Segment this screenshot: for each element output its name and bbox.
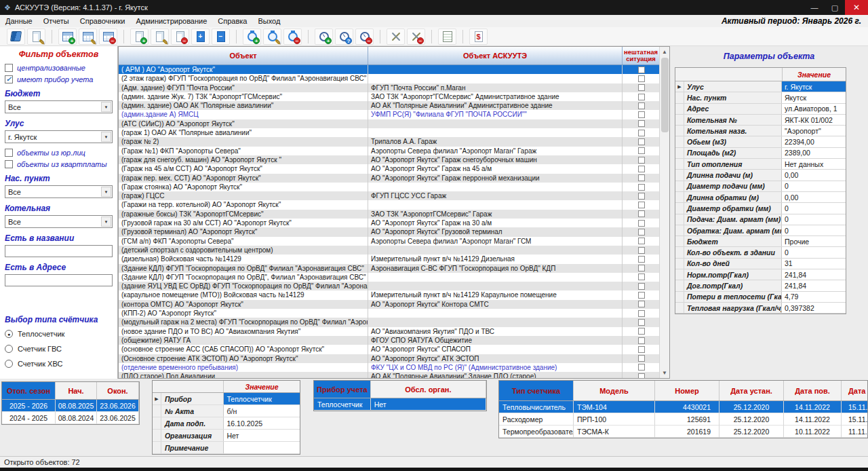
param-row[interactable]: Подача: Диам. армат (мм)0 xyxy=(675,214,846,225)
object-row[interactable]: (гараж 1) ОАО АК "Полярные авиалинии" xyxy=(119,128,669,137)
param-value[interactable]: 241,84 xyxy=(782,280,846,290)
period-edit-button[interactable]: ✎ xyxy=(79,29,97,45)
centralized-checkbox[interactable] xyxy=(5,64,13,72)
device-info-value[interactable]: б/н xyxy=(224,405,300,417)
scroll-down-icon[interactable]: ▼ xyxy=(660,368,669,378)
column-header-model[interactable]: Модель xyxy=(574,381,655,400)
doc-detach-button[interactable]: − xyxy=(212,29,230,45)
device-info-row[interactable]: Примечание xyxy=(153,442,300,454)
meter-add-button[interactable]: + xyxy=(243,29,261,45)
device-row[interactable]: ТеплосчетчикНет xyxy=(314,398,486,411)
column-header-askuute[interactable]: Объект АСКУУТЭ xyxy=(368,47,623,64)
emergency-checkbox[interactable] xyxy=(638,157,645,164)
scrollbar-thumb[interactable] xyxy=(661,58,669,132)
object-row[interactable]: (отделение временного пребывания)ФКУ "ЦХ… xyxy=(119,363,669,372)
period-delete-button[interactable]: − xyxy=(99,29,117,45)
scroll-up-icon[interactable]: ▲ xyxy=(660,47,669,57)
chevron-down-icon[interactable]: ▼ xyxy=(101,102,111,112)
object-row[interactable]: (админ. здание) ОАО АК "Полярные авиалин… xyxy=(119,101,669,110)
column-header-counter-type[interactable]: Тип счетчика xyxy=(499,381,574,400)
radio-hot-water-meter[interactable]: Счетчик ГВС xyxy=(5,345,113,353)
menu-item[interactable]: Справка xyxy=(212,16,252,26)
object-row[interactable]: (караульное помещение (МТО)) Войсковая ч… xyxy=(119,290,669,299)
emergency-checkbox[interactable] xyxy=(638,319,645,326)
param-row[interactable]: Котельная назв."Аэропорт" xyxy=(675,126,846,136)
emergency-checkbox[interactable] xyxy=(638,220,645,227)
doc-attach-button[interactable]: + xyxy=(191,29,210,45)
object-row[interactable]: (админ. здание Жук. 7) ТЗК "Аэропорт"ГСМ… xyxy=(119,92,669,101)
object-row[interactable]: (Здание КДЛ) ФГУП "Госкорпорация по ОрВД… xyxy=(119,273,669,282)
device-info-value[interactable] xyxy=(224,442,300,453)
param-value[interactable]: 241,84 xyxy=(782,269,846,280)
device-info-row[interactable]: № Актаб/н xyxy=(153,405,300,417)
device-info-value[interactable]: 16.10.2025 xyxy=(224,417,300,429)
param-value[interactable]: 0 xyxy=(782,214,846,225)
season-row[interactable]: 2025 - 202608.08.202523.06.2026 xyxy=(2,400,139,412)
emergency-checkbox[interactable] xyxy=(638,174,645,181)
param-row[interactable]: Диаметр обратки (мм)0 xyxy=(675,203,846,214)
counter-row[interactable]: ТепловычислительТЭМ-104443002125.12.2020… xyxy=(499,401,868,413)
emergency-checkbox[interactable] xyxy=(638,229,645,236)
object-row[interactable]: (админ.здание А) ЯМСЦУФМП РС(Я) "Филиала… xyxy=(119,110,669,119)
emergency-checkbox[interactable] xyxy=(638,102,645,109)
emergency-checkbox[interactable] xyxy=(638,238,645,244)
chevron-down-icon[interactable]: ▼ xyxy=(101,187,111,197)
device-info-row[interactable]: ОрганизацияНет xyxy=(153,430,300,442)
object-delete-button[interactable]: − xyxy=(171,29,189,45)
chevron-down-icon[interactable]: ▼ xyxy=(101,132,111,142)
param-value[interactable]: 0,00 xyxy=(782,170,846,180)
param-value[interactable]: 0 xyxy=(782,181,846,191)
emergency-checkbox[interactable] xyxy=(638,247,645,254)
boiler-select[interactable]: Все ▼ xyxy=(5,215,113,228)
season-row[interactable]: 2024 - 202508.08.202423.06.2025 xyxy=(2,412,139,424)
emergency-checkbox[interactable] xyxy=(638,67,645,73)
param-row[interactable]: ▶Улусг. Якутск xyxy=(675,81,846,92)
column-header-device[interactable]: Прибор учета xyxy=(314,381,371,398)
has-meter-checkbox-row[interactable]: ✓ имеют прибор учета xyxy=(5,75,113,83)
param-value[interactable]: 0,00 xyxy=(782,192,846,202)
emergency-checkbox[interactable] xyxy=(638,346,645,353)
param-value[interactable]: 0 xyxy=(782,225,846,236)
param-row[interactable]: Адресул.Авиаторов, 1 xyxy=(675,104,846,115)
counter-row[interactable]: РасходомерПРП-10012569125.12.202014.11.2… xyxy=(499,413,868,426)
object-row[interactable]: (гаражные боксы) ТЗК "АэропортГСМсервис"… xyxy=(119,210,669,219)
column-header-object[interactable]: Объект xyxy=(119,47,368,64)
repair-delete-button[interactable]: − xyxy=(407,29,425,45)
rent-objects-checkbox-row[interactable]: объекты из квартплаты xyxy=(5,160,113,168)
column-header-next-date[interactable]: Дата сл. xyxy=(842,381,868,400)
device-info-row[interactable]: Дата подп.16.10.2025 xyxy=(153,417,300,430)
legal-objects-checkbox-row[interactable]: объекты из юр.лиц xyxy=(5,149,113,157)
object-row[interactable]: (общежитие) ЯАТУ ГАФГОУ СПО ЯАТУГА Общеж… xyxy=(119,336,669,345)
param-row[interactable]: Длинна подачи (м)0,00 xyxy=(675,170,846,181)
param-row[interactable]: Длинна обратки (м)0,00 xyxy=(675,192,846,203)
column-header-season[interactable]: Отоп. сезон xyxy=(2,382,56,399)
param-row[interactable]: Обратка: Диам. армат (мм)0 xyxy=(675,225,846,236)
param-value[interactable]: ЯКТ-КК 01/002 xyxy=(782,115,846,125)
budget-select[interactable]: Все ▼ xyxy=(5,100,113,113)
repair-button[interactable] xyxy=(387,29,405,45)
param-value[interactable]: 0,397382 xyxy=(782,303,846,313)
menu-item[interactable]: Отчеты xyxy=(38,16,75,26)
emergency-checkbox[interactable] xyxy=(638,256,645,263)
param-row[interactable]: Диаметр подачи (мм)0 xyxy=(675,181,846,192)
object-row[interactable]: (основное строение АСС (САБ СПАСОП)) АО … xyxy=(119,345,669,354)
object-row[interactable]: (гараж пер. мех. ССТ) АО "Аэропорт Якутс… xyxy=(119,174,669,183)
counter-row[interactable]: ТермопреобразовательТЭСМА-К20161925.12.2… xyxy=(499,426,868,438)
emergency-checkbox[interactable] xyxy=(638,94,645,100)
emergency-checkbox[interactable] xyxy=(638,364,645,371)
emergency-checkbox[interactable] xyxy=(638,184,645,191)
param-value[interactable]: 2389,00 xyxy=(782,148,846,158)
object-add-button[interactable]: + xyxy=(130,29,149,45)
journal-button[interactable] xyxy=(7,29,25,45)
param-row[interactable]: Тепловая нагрузка (Гкал/ч)0,397382 xyxy=(675,303,846,314)
has-meter-checkbox[interactable]: ✓ xyxy=(5,75,13,83)
emergency-checkbox[interactable] xyxy=(638,138,645,145)
column-header-end[interactable]: Окон. xyxy=(97,382,139,399)
menu-item[interactable]: Администрирование xyxy=(130,16,212,26)
param-row[interactable]: Площадь (м2)2389,00 xyxy=(675,148,846,159)
menu-item[interactable]: Выход xyxy=(252,16,285,26)
column-header-number[interactable]: Номер xyxy=(655,381,719,400)
column-header-service-org[interactable]: Обсл. орган. xyxy=(371,381,486,398)
emergency-checkbox[interactable] xyxy=(638,84,645,91)
param-value[interactable]: Якутск xyxy=(782,92,846,102)
